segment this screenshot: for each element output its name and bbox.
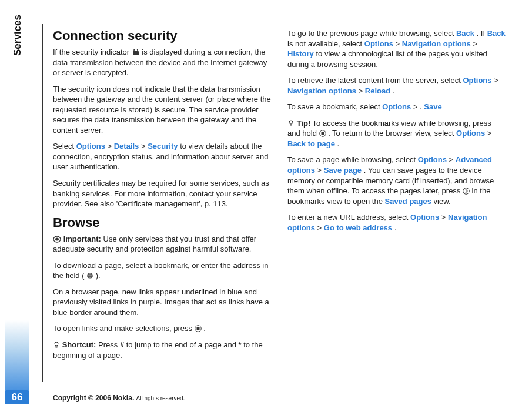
paragraph: To download a page, select a bookmark, o… [53,260,271,281]
text: . [203,324,206,333]
globe-icon [86,272,93,279]
link-options: Options [418,155,447,164]
text: . If [477,29,487,38]
paragraph: If the security indicator is displayed d… [53,47,271,78]
link-history: History [287,49,314,58]
important-icon [53,236,61,243]
page-number-fade [5,320,29,390]
paragraph: To save a page while browsing, select Op… [287,155,506,206]
lock-icon [132,49,140,56]
separator: > [494,76,498,85]
separator: > [396,39,402,48]
separator: > [141,142,148,150]
separator: > [317,223,324,232]
text: To enter a new URL address, select [287,213,410,222]
joystick-icon [195,325,202,332]
text: to view a chronological list of the page… [287,49,487,69]
tip-icon [287,120,295,127]
link-go-to-web-address: Go to web address [324,223,392,232]
link-options: Options [364,39,393,48]
text: If the security indicator [53,48,132,56]
separator: > [107,142,113,150]
joystick-icon [319,130,326,137]
text: To go to the previous page while browsin… [287,29,456,38]
footer: Copyright © 2006 Nokia. All rights reser… [53,394,185,402]
section-label: Services [12,15,24,56]
text: > . [413,102,422,111]
paragraph: On a browser page, new links appear unde… [53,287,271,318]
tip-label: Tip! [297,119,311,128]
paragraph: The security icon does not indicate that… [53,84,271,136]
separator: > [359,86,365,95]
text: To retrieve the latest content from the … [287,76,463,85]
link-back: Back [456,29,474,38]
link-options: Options [410,213,439,222]
link-reload: Reload [365,86,390,95]
paragraph: To enter a new URL address, select Optio… [287,212,506,233]
svg-point-6 [55,342,58,346]
left-rail: Services 66 [0,0,32,415]
heading-browse: Browse [53,215,271,230]
text: To save a bookmark, select [287,102,382,111]
svg-rect-9 [321,132,324,135]
link-details: Details [114,142,139,150]
separator: > [317,166,324,175]
text: . [393,86,395,95]
important-label: Important: [63,235,101,243]
text: . [337,139,340,148]
shortcut-note: Shortcut: Press # to jump to the end of … [53,340,271,360]
important-note: Important: Use only services that you tr… [53,234,271,255]
paragraph: Security certificates may be required fo… [53,178,271,209]
copyright-brand: Copyright © 2006 Nokia. [53,394,134,402]
svg-rect-0 [133,51,139,55]
paragraph: To retrieve the latest content from the … [287,75,506,96]
vertical-divider [42,24,43,382]
link-back-2: Back [487,29,506,38]
separator: > [441,213,448,222]
star-key: * [239,340,242,349]
link-options: Options [76,142,105,150]
link-security: Security [148,142,178,150]
tip-note: Tip! To access the bookmarks view while … [287,118,506,149]
link-save-page: Save page [324,166,362,175]
text: To download a page, select a bookmark, o… [53,261,268,280]
scroll-right-icon [463,188,470,195]
svg-point-2 [55,237,59,240]
link-back-to-page: Back to page [287,139,335,148]
text: Press [98,340,120,349]
text: is not available, select [287,39,364,48]
copyright-rights: All rights reserved. [136,395,185,401]
text: . To return to the browser view, select [328,129,456,138]
link-navigation-options: Navigation options [402,39,471,48]
page-content: Connection security If the security indi… [53,28,506,375]
text: . [394,223,397,232]
text: Select [53,142,76,150]
paragraph: To save a bookmark, select Options > . S… [287,102,506,112]
hash-key: # [120,340,124,349]
svg-rect-5 [196,327,199,330]
link-navigation-options: Navigation options [287,86,356,95]
page-number: 66 [5,390,29,404]
text: view. [434,197,451,206]
separator: > [473,39,477,48]
svg-point-10 [463,188,470,195]
link-save: Save [424,102,441,111]
text: To open links and make selections, press [53,324,195,333]
link-options: Options [463,76,491,85]
tip-icon [53,342,60,349]
paragraph: Select Options > Details > Security to v… [53,141,271,172]
svg-point-7 [289,121,293,124]
separator: > [449,155,456,164]
link-options: Options [456,129,485,138]
paragraph: To go to the previous page while browsin… [287,28,506,69]
shortcut-label: Shortcut: [62,340,96,349]
text: ). [96,271,101,280]
text: To save a page while browsing, select [287,155,418,164]
link-saved-pages: Saved pages [384,197,431,206]
text: to jump to the end of a page and [126,340,239,349]
heading-connection-security: Connection security [53,28,271,43]
link-options: Options [382,102,411,111]
paragraph: To open links and make selections, press… [53,323,271,334]
separator: > [487,129,492,138]
